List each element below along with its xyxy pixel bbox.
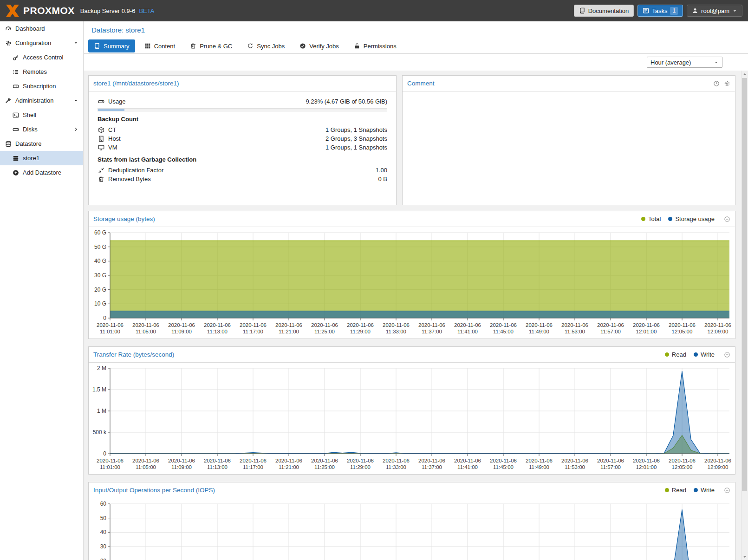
layers-icon — [12, 155, 20, 162]
user-menu-button[interactable]: root@pam — [687, 5, 742, 17]
sidebar-item-dashboard[interactable]: Dashboard — [0, 21, 83, 36]
svg-text:11:53:00: 11:53:00 — [565, 329, 585, 334]
legend-item-total[interactable]: Total — [641, 215, 661, 222]
svg-text:500 k: 500 k — [93, 429, 107, 436]
tab-permissions[interactable]: Permissions — [348, 39, 402, 52]
legend-label: Write — [701, 351, 715, 358]
svg-text:11:13:00: 11:13:00 — [207, 329, 228, 334]
proxmox-logo: PROXMOX — [6, 4, 75, 17]
time-period-select[interactable]: Hour (average) — [647, 57, 722, 68]
database-icon — [5, 141, 12, 147]
sidebar-item-remotes[interactable]: Remotes — [0, 65, 83, 79]
svg-text:0: 0 — [103, 450, 106, 457]
sidebar-item-label: Datastore — [15, 140, 41, 147]
documentation-button[interactable]: Documentation — [574, 5, 634, 17]
svg-text:1 M: 1 M — [97, 408, 106, 414]
svg-text:2020-11-06: 2020-11-06 — [633, 458, 660, 463]
svg-text:30: 30 — [100, 543, 107, 550]
caret-down-icon — [72, 98, 79, 103]
svg-text:11:25:00: 11:25:00 — [314, 464, 335, 470]
grid-icon — [144, 43, 151, 49]
tab-sync-jobs[interactable]: Sync Jobs — [241, 39, 290, 52]
collapse-icon[interactable] — [724, 487, 730, 494]
sidebar-item-administration[interactable]: Administration — [0, 93, 83, 108]
tab-verify-jobs[interactable]: Verify Jobs — [294, 39, 345, 52]
tab-label: Summary — [104, 43, 130, 50]
svg-text:12:09:00: 12:09:00 — [708, 329, 728, 334]
legend-item-storage-usage[interactable]: Storage usage — [668, 215, 715, 222]
svg-text:2020-11-06: 2020-11-06 — [132, 458, 159, 463]
storage-usage-chart: 010 G20 G30 G40 G50 G60 G2020-11-0611:01… — [89, 227, 735, 339]
book-icon — [579, 7, 585, 14]
svg-text:40 G: 40 G — [94, 258, 106, 264]
svg-text:2020-11-06: 2020-11-06 — [704, 458, 731, 463]
transfer-rate-chart-panel: Transfer Rate (bytes/second) Read Write — [88, 346, 735, 475]
legend-item-read[interactable]: Read — [665, 487, 686, 494]
svg-text:11:29:00: 11:29:00 — [350, 464, 371, 470]
legend-label: Read — [672, 351, 686, 358]
gears-icon — [5, 40, 12, 46]
iops-chart-panel: Input/Output Operations per Second (IOPS… — [88, 482, 735, 560]
svg-text:2020-11-06: 2020-11-06 — [347, 458, 374, 463]
legend-item-write[interactable]: Write — [694, 487, 715, 494]
summary-toolbar: Hour (average) — [84, 54, 748, 71]
svg-text:11:29:00: 11:29:00 — [350, 329, 371, 334]
sidebar-item-configuration[interactable]: Configuration — [0, 36, 83, 50]
sidebar-item-label: Disks — [23, 126, 38, 133]
summary-panel-body: Usage 9.23% (4.67 GiB of 50.56 GiB) Back… — [89, 91, 396, 183]
scrollbar-thumb[interactable] — [742, 78, 747, 491]
tasks-button[interactable]: Tasks 1 — [637, 5, 683, 17]
summary-panel-title: store1 (/mnt/datastores/store1) — [93, 80, 179, 87]
scroll-up-button[interactable] — [741, 71, 748, 78]
svg-text:11:41:00: 11:41:00 — [457, 464, 478, 470]
legend-item-write[interactable]: Write — [694, 351, 715, 358]
tasks-count-badge: 1 — [670, 7, 678, 15]
svg-text:11:49:00: 11:49:00 — [529, 464, 549, 470]
svg-text:11:05:00: 11:05:00 — [136, 329, 156, 334]
svg-text:2020-11-06: 2020-11-06 — [418, 322, 445, 328]
svg-text:2020-11-06: 2020-11-06 — [597, 458, 624, 463]
svg-text:20 G: 20 G — [94, 287, 106, 293]
tab-summary[interactable]: Summary — [88, 39, 135, 52]
svg-text:2020-11-06: 2020-11-06 — [561, 458, 588, 463]
legend-label: Read — [672, 487, 686, 494]
svg-text:2020-11-06: 2020-11-06 — [669, 458, 696, 463]
tab-content[interactable]: Content — [139, 39, 181, 52]
list-icon — [12, 69, 20, 75]
svg-text:2020-11-06: 2020-11-06 — [275, 322, 302, 328]
sidebar: Dashboard Configuration Access Control R… — [0, 21, 84, 560]
legend-item-read[interactable]: Read — [665, 351, 686, 358]
svg-text:11:57:00: 11:57:00 — [600, 329, 621, 334]
collapse-icon[interactable] — [724, 352, 730, 358]
svg-text:50 G: 50 G — [94, 244, 106, 250]
svg-text:12:05:00: 12:05:00 — [672, 329, 693, 334]
history-icon[interactable] — [713, 80, 720, 87]
sidebar-item-store1[interactable]: store1 — [0, 151, 83, 165]
svg-text:11:45:00: 11:45:00 — [493, 329, 514, 334]
legend-dot — [694, 488, 698, 492]
collapse-icon[interactable] — [724, 216, 730, 222]
sidebar-item-access-control[interactable]: Access Control — [0, 50, 83, 65]
svg-text:50: 50 — [100, 515, 107, 521]
sidebar-item-add-datastore[interactable]: Add Datastore — [0, 165, 83, 180]
beta-link[interactable]: BETA — [139, 7, 154, 14]
storage-usage-chart-panel: Storage usage (bytes) Total Storage usag… — [88, 211, 735, 339]
backup-count-row-host: Host 2 Groups, 3 Snapshots — [98, 134, 387, 143]
svg-text:10 G: 10 G — [94, 300, 106, 307]
scroll-down-button[interactable] — [741, 553, 748, 560]
svg-text:11:09:00: 11:09:00 — [171, 464, 192, 470]
key-icon — [12, 54, 20, 61]
gear-icon[interactable] — [724, 80, 730, 87]
sidebar-item-shell[interactable]: Shell — [0, 108, 83, 122]
proxmox-x-logo-icon — [6, 4, 20, 17]
sidebar-item-subscription[interactable]: Subscription — [0, 79, 83, 93]
header-actions: Documentation Tasks 1 root@pam — [574, 5, 742, 17]
svg-text:2020-11-06: 2020-11-06 — [168, 458, 195, 463]
vertical-scrollbar[interactable] — [741, 71, 748, 560]
sidebar-item-datastore[interactable]: Datastore — [0, 137, 83, 151]
tab-prune-gc[interactable]: Prune & GC — [184, 39, 238, 52]
svg-text:2020-11-06: 2020-11-06 — [454, 322, 481, 328]
svg-text:2020-11-06: 2020-11-06 — [168, 322, 195, 328]
sidebar-item-disks[interactable]: Disks — [0, 122, 83, 137]
desktop-icon — [98, 144, 104, 151]
